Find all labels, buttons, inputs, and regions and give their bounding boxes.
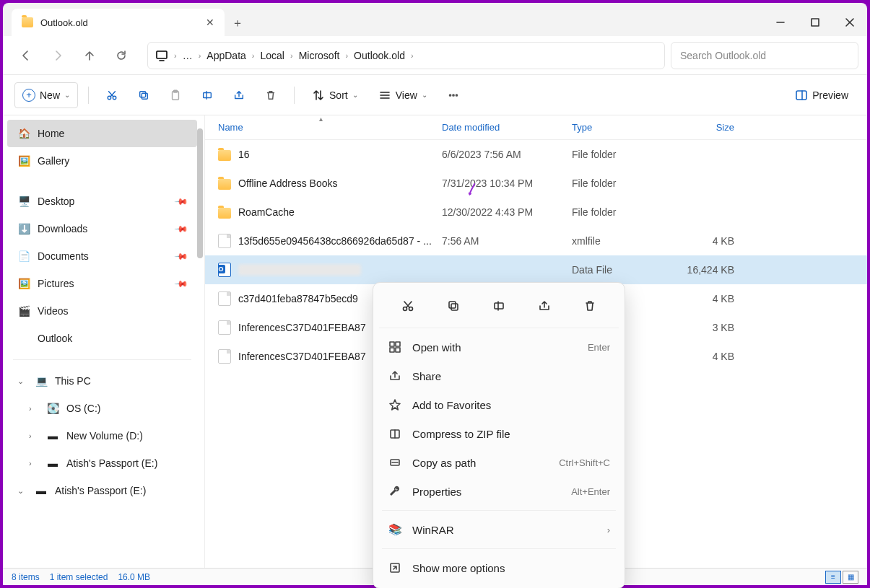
sidebar-newvol-d[interactable]: › ▬ New Volume (D:): [7, 422, 197, 449]
file-size: 16,424 KB: [677, 264, 741, 276]
new-tab-button[interactable]: ＋: [225, 10, 251, 36]
breadcrumb-more[interactable]: …: [183, 50, 193, 61]
new-button[interactable]: + New ⌄: [14, 82, 78, 108]
ctx-delete-button[interactable]: [575, 293, 604, 319]
sidebar-atish-e-2[interactable]: ⌄ ▬ Atish's Passport (E:): [7, 477, 197, 504]
pc-icon: 💻: [35, 374, 48, 387]
svg-point-21: [456, 94, 457, 95]
scrollbar-thumb[interactable]: [197, 128, 203, 258]
file-row[interactable]: Offline Address Books7/31/2023 10:34 PMF…: [205, 169, 867, 198]
close-window-button[interactable]: [832, 9, 867, 36]
file-name: 13f5d655e09456438cc866926da65d87 - ...: [238, 235, 432, 247]
tab-outlook-old[interactable]: Outlook.old ✕: [12, 9, 225, 36]
minimize-button[interactable]: [763, 9, 798, 36]
details-view-button[interactable]: ≡: [825, 571, 841, 584]
file-size: 4 KB: [677, 235, 741, 247]
file-row[interactable]: RoamCache12/30/2022 4:43 PMFile folder: [205, 198, 867, 227]
col-type[interactable]: Type: [572, 122, 677, 133]
file-row[interactable]: 166/6/2023 7:56 AMFile folder: [205, 140, 867, 169]
breadcrumb-appdata[interactable]: AppData: [206, 50, 245, 61]
svg-rect-4: [157, 51, 167, 58]
copy-button[interactable]: [131, 82, 157, 108]
chevron-right-icon: ›: [290, 51, 293, 60]
cut-button[interactable]: [99, 82, 125, 108]
sidebar-gallery[interactable]: 🖼️ Gallery: [7, 147, 197, 175]
sidebar-home[interactable]: 🏠 Home: [7, 120, 197, 147]
column-headers: Name Date modified Type Size: [205, 115, 867, 140]
search-input[interactable]: Search Outlook.old: [671, 42, 858, 69]
breadcrumb-microsoft[interactable]: Microsoft: [299, 50, 340, 61]
forward-button[interactable]: [43, 43, 72, 69]
more-button[interactable]: [440, 82, 466, 108]
sidebar-documents[interactable]: 📄 Documents 📌: [7, 242, 197, 270]
back-button[interactable]: [12, 43, 40, 69]
refresh-button[interactable]: [107, 43, 136, 69]
drive-icon: ▬: [46, 429, 59, 442]
winrar-icon: 📚: [388, 523, 402, 536]
svg-rect-22: [796, 91, 806, 100]
titlebar: Outlook.old ✕ ＋: [3, 3, 867, 36]
share-icon: [388, 369, 402, 382]
ctx-share[interactable]: Share: [379, 361, 619, 390]
breadcrumb-outlook-old[interactable]: Outlook.old: [354, 50, 405, 61]
svg-rect-28: [451, 304, 458, 310]
sidebar-os-c[interactable]: › 💽 OS (C:): [7, 395, 197, 422]
sidebar-atish-e[interactable]: › ▬ Atish's Passport (E:): [7, 449, 197, 477]
close-icon[interactable]: ✕: [206, 17, 214, 28]
chevron-right-icon: ›: [252, 51, 255, 60]
preview-button[interactable]: Preview: [788, 82, 856, 108]
file-date: 7/31/2023 10:34 PM: [442, 177, 572, 189]
chevron-down-icon: ⌄: [422, 91, 427, 99]
file-row[interactable]: 13f5d655e09456438cc866926da65d87 - ...7:…: [205, 227, 867, 255]
sidebar-desktop[interactable]: 🖥️ Desktop 📌: [7, 188, 197, 215]
file-size: 3 KB: [677, 322, 741, 333]
icons-view-button[interactable]: ▦: [843, 571, 858, 584]
sidebar-thispc[interactable]: ⌄ 💻 This PC: [7, 367, 197, 395]
breadcrumb-local[interactable]: Local: [261, 50, 284, 61]
address-bar[interactable]: › … › AppData › Local › Microsoft › Outl…: [147, 42, 665, 69]
more-options-icon: [388, 561, 402, 574]
sidebar-outlook[interactable]: Outlook: [7, 325, 197, 352]
ctx-copy-button[interactable]: [439, 293, 468, 319]
up-button[interactable]: [75, 43, 104, 69]
ctx-properties[interactable]: Properties Alt+Enter: [379, 477, 619, 506]
view-button[interactable]: View ⌄: [371, 82, 435, 108]
sidebar-videos[interactable]: 🎬 Videos: [7, 297, 197, 325]
window-controls: [763, 9, 867, 36]
ctx-favorites[interactable]: Add to Favorites: [379, 390, 619, 419]
col-date[interactable]: Date modified: [442, 122, 572, 133]
documents-icon: 📄: [17, 250, 30, 263]
ctx-copy-path[interactable]: Copy as path Ctrl+Shift+C: [379, 448, 619, 477]
file-name: Offline Address Books: [238, 177, 337, 189]
file-name: 16: [238, 149, 250, 160]
chevron-right-icon: ›: [411, 51, 414, 60]
svg-point-19: [449, 94, 451, 95]
file-type: File folder: [572, 149, 677, 160]
file-type: Data File: [572, 264, 677, 276]
ctx-open-with[interactable]: Open with Enter: [379, 333, 619, 361]
ctx-rename-button[interactable]: [484, 293, 513, 319]
delete-button[interactable]: [258, 82, 284, 108]
file-name: c37d401feba87847b5ecd9: [238, 293, 358, 304]
col-size[interactable]: Size: [677, 122, 741, 133]
paste-button[interactable]: [162, 82, 188, 108]
ctx-more-options[interactable]: Show more options: [379, 553, 619, 582]
ctx-zip[interactable]: Compress to ZIP file: [379, 419, 619, 448]
ctx-cut-button[interactable]: [393, 293, 422, 319]
svg-rect-33: [396, 342, 400, 346]
rename-button[interactable]: [194, 82, 220, 108]
preview-icon: [795, 89, 808, 102]
file-date: 7:56 AM: [442, 235, 572, 247]
col-name[interactable]: Name: [218, 122, 442, 133]
maximize-button[interactable]: [798, 9, 832, 36]
file-row[interactable]: Data File16,424 KB: [205, 255, 867, 284]
chevron-right-icon: ›: [607, 525, 610, 535]
sidebar-downloads[interactable]: ⬇️ Downloads 📌: [7, 215, 197, 242]
sort-button[interactable]: Sort ⌄: [305, 82, 365, 108]
ctx-share-button[interactable]: [530, 293, 559, 319]
status-items: 8 items: [12, 572, 40, 582]
ctx-winrar[interactable]: 📚 WinRAR ›: [379, 515, 619, 544]
tab-title: Outlook.old: [40, 17, 199, 28]
sidebar-pictures[interactable]: 🖼️ Pictures 📌: [7, 270, 197, 297]
share-button[interactable]: [226, 82, 252, 108]
